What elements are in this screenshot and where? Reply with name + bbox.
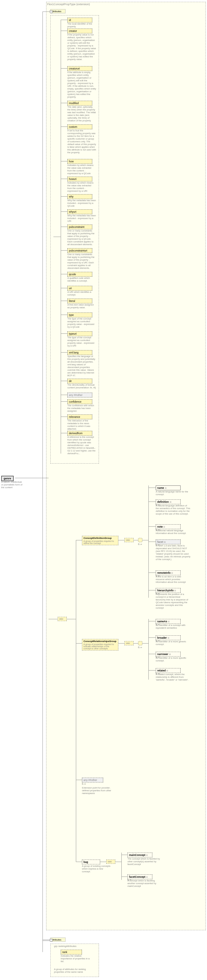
- choice: [138, 538, 142, 542]
- line: [53, 237, 61, 237]
- attr-desc: One or many constraints that apply to pu…: [67, 253, 96, 269]
- ranking-grp: grp rankingAttributes: [54, 945, 76, 948]
- line: [61, 161, 67, 161]
- line: [61, 227, 67, 227]
- card: 0..∞: [156, 528, 162, 531]
- card: 0..∞: [127, 879, 131, 881]
- line: [61, 20, 67, 20]
- line: [43, 11, 50, 12]
- bag-child-desc: The concept which is faceted by other co…: [127, 858, 161, 865]
- attr-desc: The relevance of the metadata to the new…: [67, 419, 96, 430]
- card: 0..∞: [156, 504, 162, 506]
- attr-desc: Why the metadata has been included - exp…: [67, 199, 96, 207]
- attr-typeuri: typeuri: [67, 331, 92, 336]
- card: 0..∞: [156, 656, 162, 658]
- attr-desc: The type of the concept assigned as cont…: [67, 336, 96, 347]
- card: 0..∞: [156, 575, 162, 577]
- line: [67, 619, 76, 619]
- line: [49, 619, 58, 619]
- attr-why: why: [67, 194, 92, 199]
- attr-desc: The local identifier of the property.: [67, 22, 96, 28]
- card: 0..∞: [82, 783, 86, 785]
- line: [43, 940, 50, 940]
- line: [61, 103, 67, 103]
- attr-howuri: howuri: [67, 177, 92, 181]
- any-desc: Extension point for provider-defined pro…: [82, 786, 112, 795]
- bag-child-desc: A concept which is faceting another conc…: [127, 879, 161, 888]
- attributes-bottom[interactable]: attributes: [50, 937, 65, 942]
- card: 0..∞: [156, 640, 162, 642]
- attr-desc: Specifies the language of this property …: [67, 355, 96, 377]
- child-desc: A natural language definition of the sem…: [156, 504, 191, 515]
- card: 0..∞: [138, 543, 142, 545]
- seq: [106, 859, 115, 864]
- group-crel: ConceptRelationshipsGroupA group of prop…: [82, 639, 118, 651]
- any-other: any ##other: [82, 778, 103, 783]
- attr-desc: Indicates by which means the value was e…: [67, 164, 96, 175]
- line: [115, 862, 121, 862]
- attr-pubconstrainturi: pubconstrainturi: [67, 248, 92, 253]
- attr-desc: The type of the concept assigned as cont…: [67, 317, 96, 328]
- child-desc: Represents the position of a concept in …: [156, 593, 191, 609]
- attr-desc: The directionality of textual content (e…: [67, 383, 96, 389]
- ext-title: Flex1ConceptPropType (extension): [47, 3, 90, 6]
- attr-desc: A URI which identifies a concept.: [67, 291, 96, 296]
- line: [148, 527, 156, 527]
- attr-custom: custom: [67, 124, 92, 129]
- rank-attr: rank: [61, 950, 82, 955]
- card: 0..∞: [156, 592, 162, 594]
- line: [61, 381, 67, 381]
- attr-desc: A qualified code which identifies a conc…: [67, 277, 96, 282]
- card: 0..∞: [156, 672, 162, 675]
- child-desc: A natural language name for the concept.: [156, 490, 191, 496]
- attr-qcode: qcode: [67, 272, 92, 277]
- attr-dir: dir: [67, 379, 92, 383]
- attr-confidence: confidence: [67, 399, 92, 404]
- line: [148, 670, 156, 671]
- attr-creator: creator: [67, 29, 92, 33]
- root-desc: A nature, intellectual or journalistic f…: [1, 480, 22, 489]
- line: [61, 352, 67, 353]
- group-cdef: ConceptDefinitionGroupA group of propert…: [82, 536, 118, 545]
- attr-desc: Why the metadata has been included - exp…: [67, 214, 96, 223]
- seq: [124, 538, 134, 542]
- attr-any ##other: any ##other: [67, 393, 92, 398]
- line: [61, 315, 67, 315]
- card: 0..∞: [156, 623, 162, 625]
- attr-desc: If the property value is not defined, sp…: [67, 33, 96, 61]
- line: [61, 433, 67, 433]
- line: [134, 643, 138, 644]
- line: [76, 643, 82, 644]
- line: [61, 179, 67, 179]
- attr-xml:lang: xml:lang: [67, 350, 92, 355]
- line: [61, 417, 67, 417]
- line: [76, 862, 82, 862]
- choice: [138, 641, 142, 645]
- attributes-top[interactable]: attributes: [50, 9, 65, 13]
- line: [15, 478, 49, 478]
- line: [61, 301, 67, 301]
- line: [118, 643, 124, 644]
- attr-literal: literal: [67, 299, 92, 304]
- attr-how: how: [67, 159, 92, 164]
- line: [142, 643, 148, 644]
- bag-mainConcept: mainConcept ⊞: [127, 853, 152, 858]
- line: [148, 501, 156, 502]
- line: [148, 619, 149, 679]
- attr-desc: The date (and, optionally, the time) whe…: [67, 106, 96, 122]
- line: [61, 333, 67, 334]
- card: 0..∞: [138, 646, 142, 648]
- ranking-desc: A group of attributes for ranking proper…: [54, 968, 95, 973]
- line: [76, 540, 76, 862]
- line: [61, 288, 67, 288]
- line: [148, 573, 156, 573]
- seq: [124, 641, 134, 645]
- line: [148, 590, 156, 590]
- line: [61, 250, 67, 251]
- attr-desc: A free-text value assigned as property v…: [67, 304, 96, 309]
- attr-modified: modified: [67, 101, 92, 106]
- attr-id: id: [67, 18, 92, 22]
- attr-type: type: [67, 312, 92, 317]
- line: [100, 862, 106, 862]
- attr-desc: One or many constraints that apply to pu…: [67, 229, 96, 246]
